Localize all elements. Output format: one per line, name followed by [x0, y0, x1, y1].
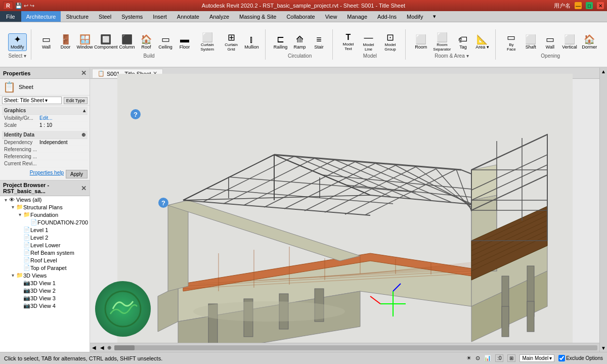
ribbon-btn-component[interactable]: 🔲 Component — [95, 34, 117, 51]
ribbon-btn-railing[interactable]: ⊏ Railing — [272, 34, 290, 51]
tree-item-12[interactable]: 📷3D View 2 — [0, 287, 90, 294]
ribbon-btn-model-line[interactable]: — Model Line — [359, 32, 378, 53]
menu-architecture[interactable]: Architecture — [21, 11, 61, 22]
tree-expand-1[interactable]: ▾ — [9, 204, 16, 210]
referencing-row-1: Referencing ... — [2, 146, 88, 153]
ribbon-btn-column[interactable]: ⬛ Column — [118, 34, 136, 51]
ribbon-btn-room[interactable]: ⬜ Room — [412, 34, 430, 51]
ribbon-btn-curtain-system[interactable]: ⬜ Curtain System — [195, 32, 220, 53]
wall-opening-icon: ▭ — [546, 35, 554, 44]
tree-item-1[interactable]: ▾📁Structural Plans — [0, 203, 90, 211]
scroll-down-arrow[interactable]: ▼ — [600, 344, 607, 352]
ribbon-btn-curtain-grid[interactable]: ⊞ Curtain Grid — [221, 32, 242, 53]
menu-addins[interactable]: Add-Ins — [372, 11, 402, 22]
exclude-options-input[interactable] — [558, 355, 565, 361]
menu-manage[interactable]: Manage — [342, 11, 372, 22]
tree-item-14[interactable]: 📷3D View 4 — [0, 302, 90, 309]
ribbon-btn-ramp[interactable]: ⟰ Ramp — [291, 34, 309, 51]
tree-item-10[interactable]: ▾📁3D Views — [0, 271, 90, 279]
modify-icon: ✦ — [14, 35, 21, 44]
tree-label-11: 3D View 1 — [30, 280, 90, 286]
menu-structure[interactable]: Structure — [61, 11, 94, 22]
ribbon-btn-modify[interactable]: ✦ Modify — [8, 33, 27, 51]
scroll-left-arrow[interactable]: ◀ — [90, 345, 98, 350]
menu-modify[interactable]: Modify — [402, 11, 428, 22]
viewport-scrollbar-bottom[interactable]: ◀ ◀ ⊕ — [90, 343, 599, 352]
ribbon-btn-by-face[interactable]: ▭ By Face — [502, 32, 521, 53]
menu-systems[interactable]: Systems — [116, 11, 148, 22]
sun-path-icon: ☀ — [466, 355, 471, 361]
ribbon-btn-mullion[interactable]: ⫿ Mullion — [243, 34, 261, 51]
ribbon-btn-dormer[interactable]: 🏠 Dormer — [580, 34, 599, 51]
tree-expand-0[interactable]: ▾ — [2, 197, 9, 203]
ribbon-btn-vertical[interactable]: ⬜ Vertical — [560, 34, 579, 51]
properties-panel-header: Properties ✕ — [0, 68, 90, 79]
ribbon-btn-room-sep[interactable]: ⬜ Room Separator — [431, 32, 453, 53]
apply-button[interactable]: Apply — [66, 170, 88, 178]
tree-item-0[interactable]: ▾👁Views (all) — [0, 196, 90, 203]
menu-steel[interactable]: Steel — [94, 11, 116, 22]
menu-view[interactable]: View — [320, 11, 342, 22]
menu-file[interactable]: File — [0, 11, 21, 22]
menu-annotate[interactable]: Annotate — [172, 11, 204, 22]
ribbon-btn-model-text[interactable]: T Model Text — [339, 32, 358, 52]
maximize-button[interactable]: □ — [586, 2, 593, 9]
nav-prev-button[interactable]: ◀ — [98, 345, 106, 350]
tree-item-4[interactable]: 📄Level 1 — [0, 226, 90, 234]
component-icon: 🔲 — [100, 35, 111, 44]
right-scrollbar[interactable]: ▲ ▼ — [599, 68, 607, 352]
edit-type-button[interactable]: Edit Type — [64, 97, 88, 104]
main-layout: Properties ✕ 📋 Sheet Sheet: Title Sheet … — [0, 68, 607, 352]
ribbon-btn-wall[interactable]: ▭ Wall — [37, 34, 56, 51]
tree-item-7[interactable]: 📄Ref Beam system — [0, 249, 90, 256]
tree-item-6[interactable]: 📄Level Lower — [0, 241, 90, 249]
help-bubble-1[interactable]: ? — [131, 109, 141, 119]
tree-item-9[interactable]: 📄Top of Parapet — [0, 264, 90, 271]
sheet-type-dropdown[interactable]: Sheet: Title Sheet ▾ — [2, 97, 62, 104]
project-browser-close-button[interactable]: ✕ — [81, 185, 86, 192]
help-bubble-2[interactable]: ? — [158, 198, 168, 208]
active-workset-dropdown[interactable]: Main Model ▾ — [519, 354, 554, 362]
tree-item-5[interactable]: 📄Level 2 — [0, 234, 90, 241]
minimize-button[interactable]: — — [575, 2, 582, 9]
close-button[interactable]: ✕ — [597, 2, 604, 9]
ribbon-group-select-items: ✦ Modify — [8, 29, 27, 53]
browser-content[interactable]: ▾👁Views (all)▾📁Structural Plans▾📁Foundat… — [0, 196, 90, 352]
window-icon: 🪟 — [79, 35, 91, 44]
ribbon-btn-floor[interactable]: ▬ Floor — [176, 34, 194, 51]
visibility-edit-link[interactable]: Edit... — [39, 115, 85, 121]
tree-icon-9: 📄 — [23, 264, 30, 271]
menu-extra[interactable]: ▾ — [428, 11, 441, 22]
horizontal-scrollbar-thumb[interactable] — [114, 345, 135, 350]
menu-analyze[interactable]: Analyze — [204, 11, 234, 22]
properties-close-button[interactable]: ✕ — [81, 69, 86, 77]
ribbon-btn-area[interactable]: 📐 Area ▾ — [473, 34, 491, 51]
menu-massing[interactable]: Massing & Site — [234, 11, 281, 22]
ribbon-btn-model-group[interactable]: ⊡ Model Group — [379, 32, 402, 53]
tree-expand-10[interactable]: ▾ — [9, 272, 16, 278]
tree-item-13[interactable]: 📷3D View 3 — [0, 294, 90, 302]
scroll-up-arrow[interactable]: ▲ — [600, 68, 607, 75]
ribbon-btn-tag[interactable]: 🏷 Tag — [454, 34, 472, 51]
ribbon-btn-shaft[interactable]: ⬜ Shaft — [522, 34, 540, 51]
tree-item-2[interactable]: ▾📁Foundation — [0, 211, 90, 218]
viewport[interactable]: 📋 S001 - Title Sheet ✕ — [90, 68, 599, 352]
ribbon-btn-door[interactable]: 🚪 Door — [57, 34, 75, 51]
tree-item-11[interactable]: 📷3D View 1 — [0, 279, 90, 287]
tree-expand-2[interactable]: ▾ — [16, 212, 23, 217]
menu-insert[interactable]: Insert — [148, 11, 172, 22]
ribbon-btn-window[interactable]: 🪟 Window — [76, 34, 94, 51]
properties-help-link[interactable]: Properties help — [30, 170, 64, 178]
tree-item-8[interactable]: 📄Roof Level — [0, 256, 90, 264]
menu-collaborate[interactable]: Collaborate — [281, 11, 320, 22]
tree-icon-12: 📷 — [23, 287, 30, 294]
user-info: 用户名 — [554, 2, 571, 10]
exclude-options-checkbox[interactable]: Exclude Options — [558, 355, 603, 361]
tree-item-3[interactable]: 📄FOUNDATION-2700 — [0, 218, 90, 226]
dependency-value: Independent — [39, 140, 85, 145]
horizontal-scrollbar-track[interactable] — [114, 345, 597, 350]
ribbon-btn-wall-opening[interactable]: ▭ Wall — [541, 34, 559, 51]
ribbon-btn-ceiling[interactable]: ▭ Ceiling — [156, 34, 175, 51]
ribbon-btn-roof[interactable]: 🏠 Roof — [137, 34, 155, 51]
ribbon-btn-stair[interactable]: ≡ Stair — [310, 34, 328, 51]
